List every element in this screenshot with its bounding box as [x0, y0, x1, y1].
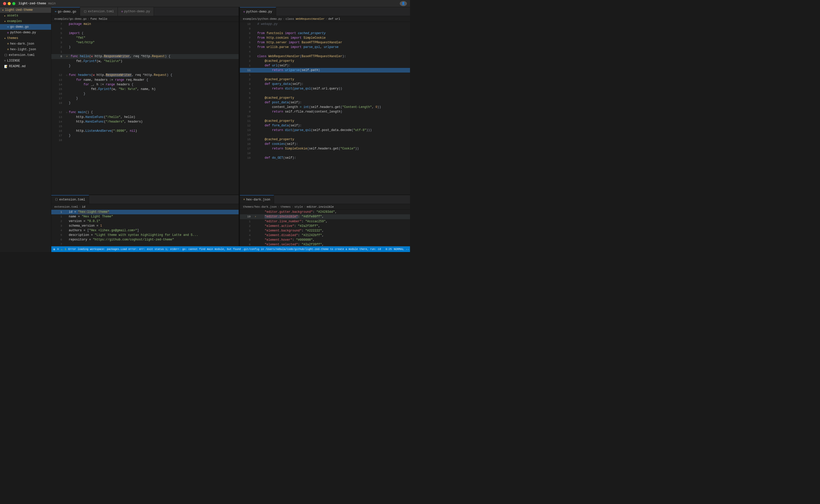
- py-tab-icon: ⊙: [121, 10, 123, 13]
- status-warning-icon: ⚠: [61, 248, 63, 251]
- status-list-icon[interactable]: ≡: [57, 248, 59, 251]
- code-line: 14: [240, 133, 410, 137]
- top-split: ∞ go-demo.go {} extension.toml ⊙ python-…: [51, 7, 410, 195]
- pane-go-demo: ∞ go-demo.go {} extension.toml ⊙ python-…: [51, 7, 239, 195]
- py-tab-icon-right: ⊙: [244, 10, 245, 13]
- traffic-lights: [3, 2, 15, 5]
- code-line: 9: [240, 26, 410, 31]
- sidebar-item-hex-dark[interactable]: ≡ hex-dark.json: [0, 41, 51, 47]
- code-line: 11 @cached_property: [240, 119, 410, 123]
- tab-ext-toml-label: extension.toml: [59, 198, 85, 201]
- code-line: 3 "net/http": [51, 40, 239, 45]
- json-code-content[interactable]: "editor.gutter.background": "#24283dd", …: [240, 210, 410, 246]
- sidebar-item-examples[interactable]: ▾ examples: [0, 18, 51, 24]
- pane-extension-toml: {} extension.toml extension.toml › id 1 …: [51, 195, 239, 246]
- code-line: 9 return self.rfile.read(content_length): [240, 109, 410, 114]
- md-file-icon: 📝: [4, 65, 8, 68]
- code-line: 17 }: [51, 133, 239, 138]
- user-avatar[interactable]: 👤: [400, 1, 407, 6]
- breadcrumb-func: func hello: [90, 17, 107, 21]
- sidebar-themes-label: themes: [7, 36, 18, 40]
- toml-tab-icon: {}: [84, 10, 87, 13]
- breadcrumb-bottom-right: themes/hex-dark.json › themes › style › …: [240, 204, 410, 210]
- status-dash: --: [406, 248, 409, 251]
- sidebar-item-themes[interactable]: ▾ themes: [0, 35, 51, 41]
- code-line: 2 "element.active": "#2a2f39ff",: [240, 224, 410, 228]
- code-line: 14 for _, h := range headers {: [51, 82, 239, 87]
- code-line: 8 content_length = int(self.headers.get(…: [240, 105, 410, 109]
- code-line: 13 http.HandleFunc("/hello", hello): [51, 115, 239, 119]
- tab-hex-dark-label: hex-dark.json: [246, 198, 271, 201]
- code-line: 4 "element.disabled": "#21242bff",: [240, 233, 410, 238]
- sidebar-go-demo-label: go-demo.go: [10, 25, 29, 29]
- code-line: 6 repository = "https://github.com/cogho…: [51, 237, 239, 242]
- maximize-button[interactable]: [12, 2, 15, 5]
- toml-code-content[interactable]: 1 id = "hex-light-theme" 1 name = "Hex L…: [51, 210, 239, 246]
- code-line: 13 return dict(parse_qsl(self.post_data.…: [240, 128, 410, 133]
- breadcrumb-def-url: def url: [328, 17, 340, 21]
- code-line: }: [51, 64, 239, 68]
- sidebar-item-hex-light[interactable]: ≡ hex-light.json: [0, 47, 51, 52]
- close-button[interactable]: [3, 2, 6, 5]
- sidebar-assets-label: assets: [7, 14, 18, 17]
- sidebar-item-root[interactable]: ▾ light-zed-theme: [0, 7, 51, 13]
- folder-open-icon-3: ▾: [4, 37, 6, 40]
- code-line: 5 import (: [51, 31, 239, 36]
- code-line: 1: [240, 73, 410, 77]
- status-grid-icon[interactable]: ⊞: [53, 248, 55, 251]
- status-bar: ⊞ ≡ ⚠ 1 Error loading workspace: package…: [51, 246, 410, 252]
- code-line: 4 return dict(parse_qsl(self.url.query)): [240, 86, 410, 91]
- code-line: 15: [51, 124, 239, 129]
- tab-python-demo-label: python-demo.py: [124, 10, 150, 13]
- sidebar-license-label: LICENSE: [7, 59, 20, 63]
- tab-extension-toml-bottom[interactable]: {} extension.toml: [51, 195, 89, 204]
- sidebar-item-python-demo[interactable]: ⊙ python-demo.py: [0, 30, 51, 35]
- code-line: 6: [51, 26, 239, 31]
- code-line: [51, 68, 239, 73]
- go-code-content[interactable]: 7 package main 6 5 import (: [51, 22, 239, 195]
- code-line: 19 def do_GET(self):: [240, 156, 410, 160]
- code-line-11: 11 return urlparse(self.path): [240, 68, 410, 73]
- toml-tab-icon-b: {}: [55, 198, 58, 201]
- code-line: 4 authors = ["Hex <lihex.go@gmail.com>"]: [51, 228, 239, 233]
- breadcrumb-bottom-left: extension.toml › id: [51, 204, 239, 210]
- code-line: 2 @cached_property: [240, 77, 410, 82]
- minimize-button[interactable]: [8, 2, 11, 5]
- tab-go-demo[interactable]: ∞ go-demo.go: [51, 7, 80, 16]
- sidebar-item-extension-toml[interactable]: {} extension.toml: [0, 52, 51, 58]
- sidebar-hex-dark-label: hex-dark.json: [10, 42, 34, 46]
- repo-name: light-zed-theme: [18, 2, 46, 5]
- code-line: 3 class WebRequestHandler(BaseHTTPReques…: [240, 54, 410, 59]
- title-bar-text: light-zed-theme main: [18, 2, 56, 5]
- sidebar-item-go-demo[interactable]: ∞ go-demo.go: [0, 24, 51, 30]
- tab-hex-dark-json[interactable]: ≡ hex-dark.json: [240, 195, 274, 204]
- breadcrumb-class: class WebRequestHandler: [286, 17, 325, 21]
- tab-python-demo-right[interactable]: ⊙ python-demo.py: [240, 7, 276, 16]
- code-line: 17 }: [51, 96, 239, 101]
- sidebar-item-readme[interactable]: 📝 README.md: [0, 64, 51, 69]
- breadcrumb-top-right: examples/python-demo.py › class WebReque…: [240, 16, 410, 22]
- sidebar-item-assets[interactable]: ▸ assets: [0, 13, 51, 18]
- tab-python-demo-top[interactable]: ⊙ python-demo.py: [118, 7, 154, 16]
- code-line: 16 }: [51, 92, 239, 96]
- json-file-icon: ≡: [7, 42, 9, 45]
- sidebar-item-license[interactable]: ≡ LICENSE: [0, 58, 51, 64]
- tab-extension-toml[interactable]: {} extension.toml: [80, 7, 118, 16]
- json-tab-icon: ≡: [244, 198, 245, 201]
- code-line: 5 from urllib.parse import parse_qsl, ur…: [240, 45, 410, 49]
- code-line: 3 "element.background": "#222222",: [240, 228, 410, 233]
- sidebar-hex-light-label: hex-light.json: [10, 48, 36, 51]
- code-line: 8 from functools import cached_property: [240, 31, 410, 36]
- sidebar-extension-toml-label: extension.toml: [9, 53, 35, 57]
- code-line: 4: [240, 49, 410, 54]
- code-line: 6 "element.selected": "#2a2f39ff",: [240, 242, 410, 246]
- tab-go-demo-label: go-demo.go: [58, 10, 76, 14]
- code-line-main: 12 ▷ func main() {: [51, 110, 239, 115]
- status-error-message: Error loading workspace: packages.Load e…: [68, 248, 392, 251]
- python-code-content[interactable]: 10 # webapp.py 9 8 from functools import…: [240, 22, 410, 195]
- breadcrumb-hex-path: themes/hex-dark.json: [243, 205, 277, 208]
- code-line: 10 # webapp.py: [240, 22, 410, 26]
- folder-open-icon-2: ▾: [4, 20, 6, 23]
- breadcrumb-editor-invisible: editor.invisible: [307, 205, 334, 208]
- breadcrumb-toml-path: extension.toml: [54, 205, 78, 208]
